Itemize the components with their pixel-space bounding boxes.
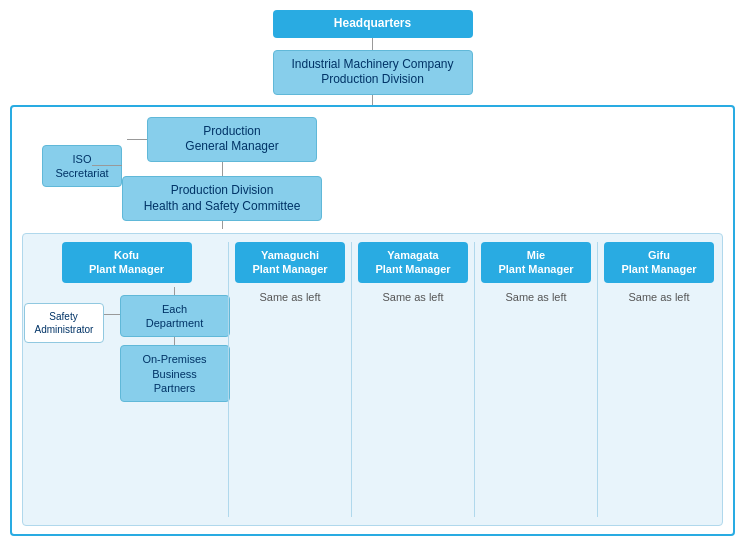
yamagata-box: YamagataPlant Manager	[358, 242, 468, 283]
page: Headquarters Industrial Machinery Compan…	[0, 0, 745, 546]
connector-pgm-hs	[222, 162, 223, 176]
gifu-same-as-left: Same as left	[628, 291, 689, 303]
yamagata-column: YamagataPlant Manager Same as left	[351, 242, 468, 517]
yamaguchi-same-as-left: Same as left	[259, 291, 320, 303]
main-border: ISOSecretariat ProductionGeneral Manager…	[10, 105, 735, 536]
on-premises-box: On-PremisesBusinessPartners	[120, 345, 230, 402]
production-gm-box: ProductionGeneral Manager	[147, 117, 317, 162]
each-dept-box: EachDepartment	[120, 295, 230, 338]
safety-admin-box: SafetyAdministrator	[24, 303, 104, 343]
production-division-box: Industrial Machinery CompanyProduction D…	[273, 50, 473, 95]
gifu-column: GifuPlant Manager Same as left	[597, 242, 714, 517]
iso-hline	[127, 139, 147, 140]
headquarters-box: Headquarters	[273, 10, 473, 38]
connector-prod-main	[372, 95, 373, 105]
yamaguchi-box: YamaguchiPlant Manager	[235, 242, 345, 283]
mie-same-as-left: Same as left	[505, 291, 566, 303]
plants-section: KofuPlant Manager SafetyAdministrator	[22, 233, 723, 526]
connector-hq-prod	[372, 38, 373, 50]
health-safety-box: Production DivisionHealth and Safety Com…	[122, 176, 322, 221]
yamaguchi-column: YamaguchiPlant Manager Same as left	[228, 242, 345, 517]
mie-column: MiePlant Manager Same as left	[474, 242, 591, 517]
connector-hs-plants	[222, 221, 223, 229]
gifu-box: GifuPlant Manager	[604, 242, 714, 283]
yamagata-same-as-left: Same as left	[382, 291, 443, 303]
kofu-box: KofuPlant Manager	[62, 242, 192, 283]
mie-box: MiePlant Manager	[481, 242, 591, 283]
kofu-column: KofuPlant Manager SafetyAdministrator	[31, 242, 222, 517]
safety-hline	[104, 314, 120, 315]
